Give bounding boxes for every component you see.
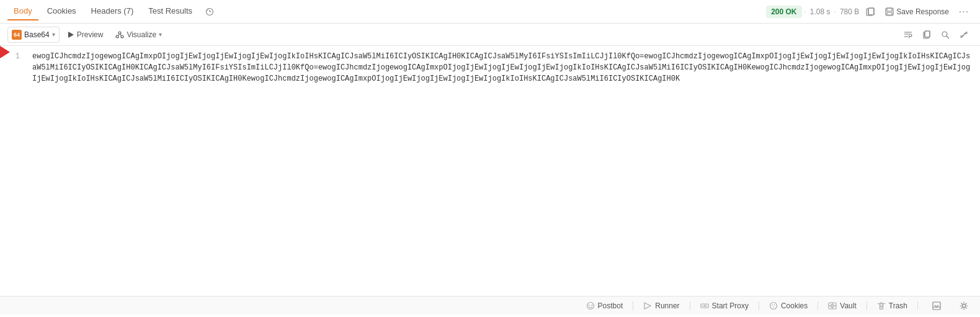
meta-info: · 1.08 s · 780 B bbox=[804, 7, 860, 16]
svg-point-24 bbox=[588, 305, 589, 306]
gear-icon bbox=[960, 301, 968, 310]
svg-rect-47 bbox=[933, 302, 940, 310]
postbot-label: Postbot bbox=[598, 301, 623, 310]
preview-button[interactable]: Preview bbox=[62, 28, 109, 42]
format-label: Base64 bbox=[24, 30, 50, 39]
code-content[interactable]: ewogICJhcmdzIjogewogICAgImxpOIjogIjEwIjo… bbox=[25, 46, 980, 296]
second-toolbar: 64 Base64 ▾ Preview Visualize ▾ bbox=[0, 24, 980, 46]
more-icon: ··· bbox=[959, 6, 969, 17]
line-numbers: 1 bbox=[0, 46, 25, 296]
runner-item[interactable]: Runner bbox=[643, 301, 679, 310]
cookies-item[interactable]: Cookies bbox=[769, 301, 808, 310]
save-response-button[interactable]: Save Response bbox=[881, 5, 953, 19]
svg-point-38 bbox=[832, 305, 833, 306]
vault-label: Vault bbox=[840, 301, 856, 310]
cookies-icon bbox=[769, 301, 778, 310]
svg-line-13 bbox=[120, 34, 122, 36]
tab-body[interactable]: Body bbox=[7, 2, 38, 20]
history-button[interactable] bbox=[201, 3, 218, 20]
base64-format-icon: 64 bbox=[12, 30, 22, 40]
tab-test-results[interactable]: Test Results bbox=[142, 2, 198, 20]
trash-icon bbox=[877, 301, 886, 310]
copy-icon bbox=[922, 30, 931, 39]
format-selector[interactable]: 64 Base64 ▾ bbox=[7, 27, 60, 43]
svg-rect-3 bbox=[868, 8, 874, 15]
search-button[interactable] bbox=[937, 26, 954, 43]
tab-headers[interactable]: Headers (7) bbox=[85, 2, 140, 20]
svg-point-10 bbox=[118, 32, 121, 34]
tab-cookies[interactable]: Cookies bbox=[41, 2, 82, 20]
proxy-icon bbox=[700, 301, 709, 310]
vault-item[interactable]: Vault bbox=[828, 301, 856, 310]
svg-line-21 bbox=[947, 36, 949, 38]
svg-point-20 bbox=[942, 32, 947, 37]
visualize-icon bbox=[115, 30, 124, 39]
postbot-item[interactable]: Postbot bbox=[586, 301, 623, 310]
bottom-bar: Postbot Runner Start Proxy bbox=[0, 296, 980, 315]
runner-label: Runner bbox=[655, 301, 679, 310]
visualize-button[interactable]: Visualize ▾ bbox=[110, 28, 167, 42]
top-toolbar: Body Cookies Headers (7) Test Results 20… bbox=[0, 0, 980, 24]
svg-point-49 bbox=[963, 304, 966, 307]
expand-button[interactable] bbox=[928, 297, 945, 315]
visualize-label: Visualize bbox=[127, 30, 156, 39]
word-wrap-button[interactable] bbox=[899, 26, 917, 43]
separator-2 bbox=[690, 301, 690, 310]
vault-icon bbox=[828, 301, 837, 310]
expand-icon bbox=[932, 301, 941, 310]
svg-marker-26 bbox=[644, 303, 651, 309]
cookies-bottom-label: Cookies bbox=[781, 301, 808, 310]
svg-point-34 bbox=[774, 304, 775, 305]
search-icon bbox=[941, 30, 950, 39]
svg-point-25 bbox=[591, 305, 592, 306]
save-response-label: Save Response bbox=[896, 7, 949, 16]
format-chevron-icon: ▾ bbox=[52, 31, 55, 38]
right-icons-group bbox=[899, 26, 973, 43]
svg-point-35 bbox=[773, 306, 774, 308]
svg-point-23 bbox=[587, 302, 594, 309]
clipboard-icon bbox=[866, 7, 875, 16]
svg-rect-18 bbox=[925, 31, 930, 37]
separator-5 bbox=[866, 301, 867, 310]
content-area: 1 ewogICJhcmdzIjogewogICAgImxpOIjogIjEwI… bbox=[0, 46, 980, 296]
separator-6 bbox=[917, 301, 918, 310]
response-size: 780 B bbox=[840, 7, 859, 16]
start-proxy-label: Start Proxy bbox=[712, 301, 749, 310]
response-time: 1.08 s bbox=[810, 7, 831, 16]
arrow-indicator bbox=[0, 46, 10, 58]
status-code: 200 bbox=[771, 7, 783, 16]
svg-point-32 bbox=[770, 302, 777, 309]
svg-line-12 bbox=[118, 34, 120, 36]
play-icon bbox=[67, 31, 74, 38]
svg-marker-8 bbox=[68, 32, 74, 38]
more-options-button[interactable]: ··· bbox=[955, 3, 973, 20]
postbot-icon bbox=[586, 301, 595, 310]
separator-1 bbox=[633, 301, 633, 310]
link-button[interactable] bbox=[955, 26, 973, 43]
separator-4 bbox=[817, 301, 818, 310]
runner-icon bbox=[643, 301, 652, 310]
separator-3 bbox=[759, 301, 759, 310]
svg-line-22 bbox=[963, 33, 965, 35]
trash-label: Trash bbox=[889, 301, 907, 310]
status-text: OK bbox=[786, 7, 797, 16]
word-wrap-icon bbox=[904, 30, 912, 39]
link-icon bbox=[960, 30, 968, 39]
start-proxy-item[interactable]: Start Proxy bbox=[700, 301, 749, 310]
copy-to-clipboard-button[interactable] bbox=[862, 3, 879, 20]
visualize-chevron-icon: ▾ bbox=[159, 31, 162, 38]
settings-button[interactable] bbox=[955, 297, 973, 315]
preview-label: Preview bbox=[77, 30, 104, 39]
save-icon bbox=[885, 7, 894, 16]
svg-point-33 bbox=[772, 305, 773, 306]
status-badge: 200 OK bbox=[766, 6, 801, 18]
history-icon bbox=[205, 7, 214, 16]
svg-rect-7 bbox=[887, 12, 892, 15]
svg-point-28 bbox=[702, 305, 703, 306]
svg-rect-6 bbox=[887, 8, 892, 11]
trash-item[interactable]: Trash bbox=[877, 301, 907, 310]
copy-button[interactable] bbox=[918, 26, 935, 43]
